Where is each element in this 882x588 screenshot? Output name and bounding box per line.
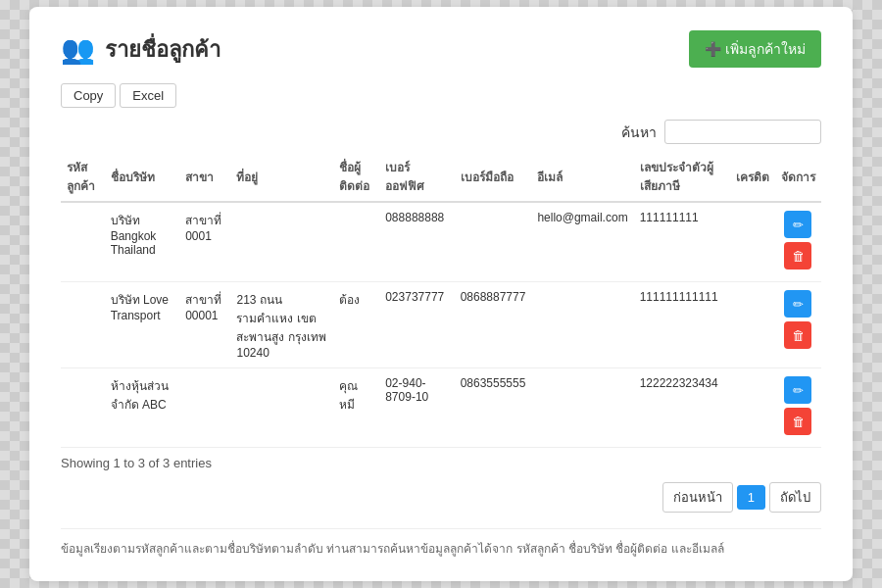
table-header: รหัสลูกค้า ชื่อบริษัท สาขา ที่อยู่ ชื่อผ…	[61, 152, 821, 202]
cell-credit	[730, 282, 775, 368]
cell-actions: ✏ 🗑	[775, 202, 821, 282]
cell-mobile: 0863555555	[455, 368, 532, 448]
cell-mobile	[455, 202, 532, 282]
pagination: ก่อนหน้า 1 ถัดไป	[61, 482, 821, 513]
col-actions: จัดการ	[775, 152, 821, 202]
col-company: ชื่อบริษัท	[105, 152, 179, 202]
col-office-phone: เบอร์ออฟฟิศ	[379, 152, 454, 202]
delete-button-0[interactable]: 🗑	[784, 242, 811, 270]
table-row: ห้างหุ้นส่วนจำกัด ABC คุณหมี 02-940-8709…	[61, 368, 821, 448]
cell-mobile: 0868887777	[455, 282, 532, 368]
cell-office-phone: 088888888	[379, 202, 454, 282]
cell-branch: สาขาที่ 00001	[179, 282, 230, 368]
edit-button-2[interactable]: ✏	[784, 376, 811, 404]
col-branch: สาขา	[179, 152, 230, 202]
cell-email	[531, 282, 633, 368]
excel-button[interactable]: Excel	[120, 83, 176, 108]
cell-id	[61, 202, 105, 282]
cell-email: hello@gmail.com	[531, 202, 633, 282]
col-taxid: เลขประจำตัวผู้เสียภาษี	[634, 152, 730, 202]
cell-branch	[179, 368, 230, 448]
cell-taxid: 111111111111	[634, 282, 730, 368]
customers-table: รหัสลูกค้า ชื่อบริษัท สาขา ที่อยู่ ชื่อผ…	[61, 152, 821, 448]
delete-button-2[interactable]: 🗑	[784, 408, 811, 435]
table-body: บริษัท Bangkok Thailand สาขาที่ 0001 088…	[61, 202, 821, 448]
cell-contact: คุณหมี	[333, 368, 379, 448]
cell-actions: ✏ 🗑	[775, 368, 821, 448]
cell-taxid: 111111111	[634, 202, 730, 282]
page-title: รายชื่อลูกค้า	[105, 32, 220, 67]
cell-company: บริษัท Love Transport	[105, 282, 179, 368]
col-contact: ชื่อผู้ติดต่อ	[333, 152, 379, 202]
title-area: 👥 รายชื่อลูกค้า	[61, 32, 220, 67]
page-header: 👥 รายชื่อลูกค้า ➕ เพิ่มลูกค้าใหม่	[61, 30, 821, 68]
edit-button-0[interactable]: ✏	[784, 211, 811, 238]
edit-button-1[interactable]: ✏	[784, 290, 811, 318]
col-mobile: เบอร์มือถือ	[455, 152, 532, 202]
add-customer-button[interactable]: ➕ เพิ่มลูกค้าใหม่	[689, 30, 821, 68]
col-email: อีเมล์	[531, 152, 633, 202]
search-bar: ค้นหา	[61, 120, 821, 144]
col-address: ที่อยู่	[230, 152, 333, 202]
cell-actions: ✏ 🗑	[775, 282, 821, 368]
page-1-button[interactable]: 1	[737, 485, 765, 510]
copy-button[interactable]: Copy	[61, 83, 116, 108]
cell-company: ห้างหุ้นส่วนจำกัด ABC	[105, 368, 179, 448]
col-credit: เครดิต	[730, 152, 775, 202]
search-input[interactable]	[664, 120, 821, 144]
cell-contact	[333, 202, 379, 282]
customers-icon: 👥	[61, 33, 95, 66]
cell-contact: ต้อง	[333, 282, 379, 368]
table-row: บริษัท Love Transport สาขาที่ 00001 213 …	[61, 282, 821, 368]
search-label: ค้นหา	[621, 122, 657, 143]
cell-id	[61, 282, 105, 368]
cell-branch: สาขาที่ 0001	[179, 202, 230, 282]
cell-credit	[730, 368, 775, 448]
cell-address: 213 ถนน รามคำแหง เขตสะพานสูง กรุงเทพ 102…	[230, 282, 333, 368]
cell-email	[531, 368, 633, 448]
next-page-button[interactable]: ถัดไป	[769, 482, 821, 513]
export-buttons: Copy Excel	[61, 83, 821, 108]
showing-text: Showing 1 to 3 of 3 entries	[61, 456, 821, 470]
delete-button-1[interactable]: 🗑	[784, 321, 811, 349]
table-row: บริษัท Bangkok Thailand สาขาที่ 0001 088…	[61, 202, 821, 282]
cell-credit	[730, 202, 775, 282]
cell-office-phone: 023737777	[379, 282, 454, 368]
cell-id	[61, 368, 105, 448]
cell-company: บริษัท Bangkok Thailand	[105, 202, 179, 282]
footer-note: ข้อมูลเรียงตามรหัสลูกค้าและตามชื่อบริษัท…	[61, 528, 821, 558]
cell-taxid: 122222323434	[634, 368, 730, 448]
col-id: รหัสลูกค้า	[61, 152, 105, 202]
cell-address	[230, 368, 333, 448]
cell-address	[230, 202, 333, 282]
cell-office-phone: 02-940-8709-10	[379, 368, 454, 448]
prev-page-button[interactable]: ก่อนหน้า	[662, 482, 733, 513]
